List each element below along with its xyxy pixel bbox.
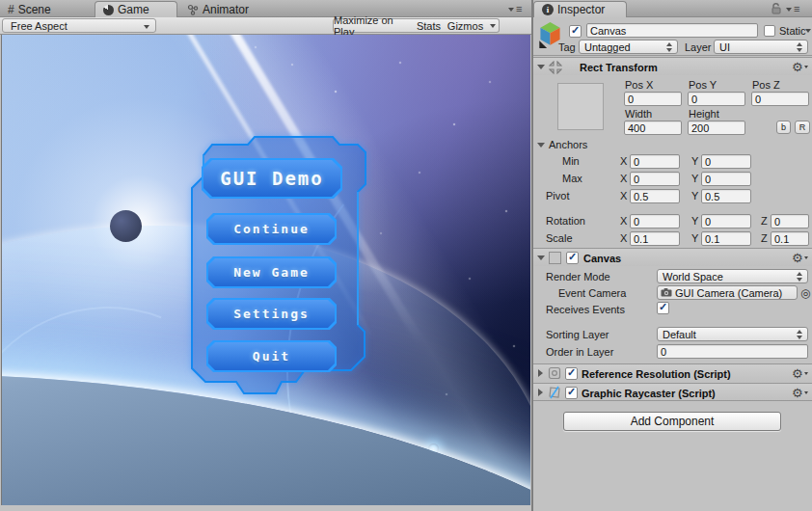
foldout-closed-icon[interactable] — [538, 369, 543, 377]
continue-button[interactable]: Continue — [206, 213, 337, 245]
gear-icon[interactable]: ⚙ — [792, 252, 808, 264]
graphic-raycaster-header[interactable]: Graphic Raycaster (Script) ⚙ — [533, 383, 812, 401]
quit-button[interactable]: Quit — [206, 340, 337, 372]
order-in-layer-value: 0 — [661, 346, 666, 358]
gizmos-button[interactable]: Gizmos — [445, 18, 487, 33]
render-mode-dropdown[interactable]: World Space — [657, 269, 808, 283]
sorting-layer-dropdown[interactable]: Default — [657, 327, 808, 341]
scene-grid-icon: # — [8, 4, 14, 15]
pos-z-value: 0 — [755, 94, 761, 105]
pos-z-field[interactable]: 0 — [751, 92, 809, 106]
reference-resolution-header[interactable]: Reference Resolution (Script) ⚙ — [533, 363, 812, 382]
anchors-max-y-field[interactable]: 0 — [701, 172, 751, 186]
scale-y-field[interactable]: 0.1 — [701, 231, 751, 246]
x-axis-label: X — [620, 173, 627, 184]
pos-y-field[interactable]: 0 — [688, 92, 745, 106]
foldout-open-icon[interactable] — [537, 256, 545, 260]
graphic-raycaster-checkbox[interactable] — [565, 387, 578, 399]
add-component-button[interactable]: Add Component — [563, 412, 781, 431]
rotation-x-field[interactable]: 0 — [630, 214, 680, 229]
pos-y-value: 0 — [691, 94, 697, 105]
unity-editor-window: # Scene Game Animator ≡ Free Aspect Maxi… — [0, 0, 812, 511]
reference-resolution-title: Reference Resolution (Script) — [582, 368, 731, 380]
order-in-layer-field[interactable]: 0 — [657, 344, 808, 359]
x-axis-label: X — [620, 190, 627, 202]
new-game-button-label: New Game — [233, 265, 310, 280]
animator-icon — [187, 4, 199, 15]
game-panel-menu[interactable]: ≡ — [508, 4, 523, 14]
event-camera-field[interactable]: GUI Camera (Camera) — [657, 285, 798, 300]
scale-x-field[interactable]: 0.1 — [630, 231, 680, 246]
width-field[interactable]: 400 — [624, 121, 682, 135]
layer-dropdown[interactable]: UI — [714, 40, 808, 54]
static-dropdown-icon[interactable] — [805, 29, 811, 33]
maximize-on-play-button[interactable]: Maximize on Play — [333, 18, 414, 33]
updown-arrows-icon — [666, 42, 673, 52]
menu-title: GUI Demo — [220, 168, 324, 189]
menu-title-plate: GUI Demo — [202, 158, 342, 199]
height-field[interactable]: 200 — [688, 121, 745, 135]
tab-animator[interactable]: Animator — [179, 1, 278, 17]
rotation-z-field[interactable]: 0 — [771, 214, 809, 229]
pos-x-field[interactable]: 0 — [624, 92, 682, 106]
anchors-max-x-field[interactable]: 0 — [630, 172, 680, 186]
new-game-button[interactable]: New Game — [206, 256, 337, 288]
graphic-raycaster-icon — [548, 386, 561, 399]
updown-arrows-icon — [797, 330, 803, 339]
static-checkbox[interactable] — [764, 25, 775, 37]
blueprint-mode-button[interactable]: b — [776, 121, 791, 134]
pos-x-value: 0 — [628, 94, 634, 105]
pos-y-label: Pos Y — [689, 79, 717, 91]
gizmos-dropdown[interactable] — [486, 18, 500, 33]
y-axis-label: Y — [691, 173, 698, 184]
tab-game[interactable]: Game — [95, 1, 177, 17]
anchors-min-x-field[interactable]: 0 — [630, 154, 680, 169]
graphic-raycaster-title: Graphic Raycaster (Script) — [582, 388, 716, 399]
foldout-open-icon[interactable] — [537, 65, 545, 69]
rect-transform-icon — [549, 61, 562, 74]
button-fill: Settings — [208, 300, 335, 328]
anchors-min-y-field[interactable]: 0 — [701, 154, 751, 169]
pivot-y-field[interactable]: 0.5 — [701, 189, 751, 203]
gameobject-name-field[interactable]: Canvas — [586, 23, 758, 38]
aspect-dropdown[interactable]: Free Aspect — [2, 18, 156, 33]
inspector-panel-menu[interactable]: ≡ — [786, 4, 800, 14]
scale-y-value: 0.1 — [705, 233, 719, 245]
tag-label: Tag — [558, 41, 576, 53]
foldout-closed-icon[interactable] — [538, 389, 543, 396]
gear-icon[interactable]: ⚙ — [792, 387, 808, 399]
game-panel: # Scene Game Animator ≡ Free Aspect Maxi… — [0, 0, 531, 511]
receives-events-checkbox[interactable] — [657, 302, 669, 314]
rotation-y-field[interactable]: 0 — [701, 214, 751, 229]
max-y-value: 0 — [705, 174, 711, 185]
panel-dropdown-icon — [508, 8, 514, 12]
settings-button[interactable]: Settings — [206, 298, 337, 330]
canvas-component-header[interactable]: Canvas ⚙ — [533, 248, 812, 266]
reference-resolution-checkbox[interactable] — [565, 367, 578, 380]
gameobject-active-checkbox[interactable] — [569, 25, 582, 38]
gear-icon[interactable]: ⚙ — [792, 367, 808, 380]
raw-edit-mode-button[interactable]: R — [795, 121, 810, 134]
object-picker-icon[interactable]: ◎ — [800, 287, 810, 299]
pos-x-label: Pos X — [625, 79, 653, 91]
inspector-panel: i Inspector ≡ Canvas Static — [533, 0, 812, 511]
gear-icon[interactable]: ⚙ — [792, 61, 808, 73]
tab-inspector[interactable]: i Inspector — [533, 1, 627, 17]
tag-dropdown[interactable]: Untagged — [579, 40, 678, 54]
sorting-layer-value: Default — [663, 329, 696, 340]
rect-transform-title: Rect Transform — [580, 62, 658, 73]
stats-button[interactable]: Stats — [413, 18, 446, 33]
scale-z-field[interactable]: 0.1 — [771, 231, 809, 246]
anchors-max-label: Max — [562, 173, 582, 184]
updown-arrows-icon — [797, 272, 803, 282]
lock-icon[interactable] — [771, 3, 782, 14]
tab-scene[interactable]: # Scene — [0, 1, 94, 17]
pivot-x-value: 0.5 — [634, 191, 648, 202]
gizmos-label: Gizmos — [447, 20, 483, 32]
rect-transform-header[interactable]: Rect Transform ⚙ — [533, 57, 812, 75]
pivot-x-field[interactable]: 0.5 — [630, 189, 680, 203]
anchors-foldout-icon[interactable] — [537, 143, 545, 148]
anchors-min-label: Min — [562, 155, 580, 167]
gameobject-name: Canvas — [590, 25, 626, 37]
canvas-enabled-checkbox[interactable] — [566, 252, 579, 264]
